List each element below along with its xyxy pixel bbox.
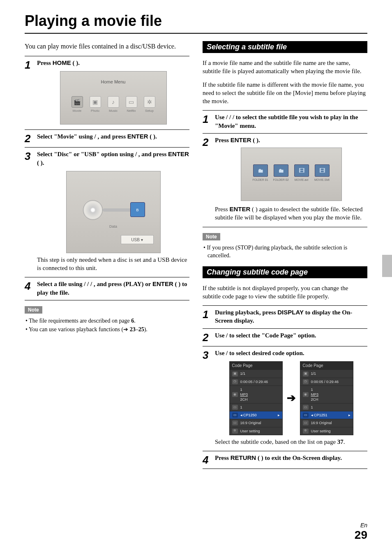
photo-icon: ▣ xyxy=(90,96,101,108)
panel-row: ▣1/1 xyxy=(230,369,282,377)
panel-header: Code Page xyxy=(300,362,353,370)
row-text: 1 xyxy=(311,405,313,410)
row-text: ◂ CP1250 xyxy=(240,413,257,418)
page-footer: En 29 xyxy=(355,522,367,542)
subtitle-para-2: If the subtitle file name is different w… xyxy=(203,81,367,106)
cp-step-4: 4 Press RETURN ( ) to exit the On-Screen… xyxy=(203,451,367,469)
enter-button-label: ENTER xyxy=(127,133,148,140)
step-text: Use / to select desired code option. xyxy=(215,350,304,356)
step-text: Select "Movie" using / , and press xyxy=(37,133,127,140)
home-icon-netflix: ▭Netflix xyxy=(124,96,139,113)
music-icon: ♪ xyxy=(108,96,119,108)
code-icon: ▭ xyxy=(303,413,309,418)
panel-row: ▭16:9 Original xyxy=(300,419,353,427)
t: 1 xyxy=(240,388,242,392)
tile-label: MOVIE.avi xyxy=(295,178,308,181)
note-text: ). xyxy=(144,326,148,332)
t: MP3 xyxy=(240,392,248,397)
folder-icon: 🖿 xyxy=(253,164,268,177)
step-text: Press xyxy=(215,455,231,461)
page-language: En xyxy=(355,522,367,529)
step-number: 2 xyxy=(25,132,37,144)
folder-tile: 🖿FOLDER 02 xyxy=(272,164,290,182)
section-heading-subtitle: Selecting a subtitle file xyxy=(203,41,367,53)
subtitle-para-1: If a movie file name and the subtitle fi… xyxy=(203,59,367,76)
step-text: Use / to select the "Code Page" option. xyxy=(215,332,316,339)
note-text: You can use various playback functions (… xyxy=(29,326,130,332)
left-step-1: 1 Press HOME ( ). Home Menu 🎬Movie ▣Phot… xyxy=(25,56,189,129)
home-button-label: HOME xyxy=(53,59,71,66)
step-body: Press RETURN ( ) to exit the On-Screen d… xyxy=(215,454,367,465)
folder-tile: 🖿FOLDER 01 xyxy=(252,164,269,182)
codepage-followup: Select the subtitle code, based on the l… xyxy=(215,438,367,446)
enter-button-label: ENTER xyxy=(168,150,189,157)
disc-icon xyxy=(83,200,103,220)
code-page-panel-before: Code Page ▣1/1 ◷0:00:05 / 0:29:46 ◉1MP32… xyxy=(229,361,283,435)
movie-icon: 🎬 xyxy=(71,96,83,108)
icon-label: Movie xyxy=(73,109,81,113)
file-tile-row: 🖿FOLDER 01 🖿FOLDER 02 🎞MOVIE.avi 🎞MOVIE.… xyxy=(241,164,341,182)
panel-row: ◉1MP32CH xyxy=(300,385,353,403)
home-menu-title: Home Menu xyxy=(60,79,166,85)
step-body: Use / / / to select the subtitle file yo… xyxy=(215,113,367,130)
tile-label: FOLDER 01 xyxy=(252,178,268,181)
row-text: 1/1 xyxy=(240,371,246,376)
step-number: 2 xyxy=(203,136,215,224)
panel-row: ✲User setting xyxy=(300,427,353,435)
code-page-panels: Code Page ▣1/1 ◷0:00:05 / 0:29:46 ◉1MP32… xyxy=(215,361,367,435)
step-text: Use / / / to select the subtitle file yo… xyxy=(215,114,358,129)
step-text: Select a file using / / / , and press (P… xyxy=(37,281,152,287)
icon-label: Setup xyxy=(145,109,154,113)
left-column: You can play movie files contained in a … xyxy=(25,41,189,469)
step-number: 4 xyxy=(203,454,215,465)
home-icon-photo: ▣Photo xyxy=(88,96,103,113)
thumb-index-tab xyxy=(382,255,392,277)
step-number: 1 xyxy=(203,113,215,130)
home-icon-movie: 🎬Movie xyxy=(70,96,85,113)
step-number: 2 xyxy=(203,331,215,343)
setting-icon: ✲ xyxy=(232,429,238,434)
step-body: Press HOME ( ). Home Menu 🎬Movie ▣Photo … xyxy=(37,59,189,126)
page-ref: 23 xyxy=(130,326,136,332)
sub-icon: ▭ xyxy=(303,405,309,410)
setting-icon: ✲ xyxy=(303,429,309,434)
audio-icon: ◉ xyxy=(232,392,238,397)
step-text: Press xyxy=(37,60,53,66)
cp-step-3: 3 Use / to select desired code option. C… xyxy=(203,346,367,451)
arrow-right-icon: ➔ xyxy=(287,391,296,405)
tile-label: MOVIE.SMI xyxy=(314,178,330,181)
subtitle-file-screenshot: 🖿FOLDER 01 🖿FOLDER 02 🎞MOVIE.avi 🎞MOVIE.… xyxy=(241,148,342,201)
page-ref: 25 xyxy=(138,326,144,332)
page-title: Playing a movie file xyxy=(25,12,367,34)
home-menu-icons: 🎬Movie ▣Photo ♪Music ▭Netflix ✲Setup xyxy=(60,96,166,113)
page-ref: 37 xyxy=(337,439,344,445)
arrow-icon: ▸ xyxy=(278,413,280,418)
codepage-para: If the subtitle is not displayed properl… xyxy=(203,284,367,301)
code-page-panel-after: Code Page ▣1/1 ◷0:00:05 / 0:29:46 ◉1MP32… xyxy=(300,361,353,435)
panel-row-highlighted: ▭◂ CP1251▸ xyxy=(300,411,353,419)
panel-header: Code Page xyxy=(230,362,282,370)
panel-row: ▣1/1 xyxy=(300,369,353,377)
left-step-3: 3 Select "Disc" or "USB" option using / … xyxy=(25,147,189,277)
step-text: ( ). xyxy=(251,137,260,143)
note-text: . xyxy=(134,318,136,324)
row-text: ◂ CP1251 xyxy=(311,413,327,418)
note-item: If you press (STOP) during playback, the… xyxy=(203,244,367,260)
aspect-icon: ▭ xyxy=(303,420,309,425)
step-text: Select "Disc" or "USB" option using / , … xyxy=(37,151,168,157)
folder-icon: 🖿 xyxy=(274,164,288,177)
step-followup: This step is only needed when a disc is … xyxy=(37,256,189,272)
intro-text: You can play movie files contained in a … xyxy=(25,43,189,50)
t: MP3 xyxy=(311,392,319,397)
icon-label: Music xyxy=(109,109,118,113)
home-icon-music: ♪Music xyxy=(106,96,121,113)
step-body: Select "Movie" using / , and press ENTER… xyxy=(37,132,189,144)
panel-row: ◉1MP32CH xyxy=(230,385,282,403)
movie-file-tile: 🎞MOVIE.avi xyxy=(293,164,310,182)
right-column: Selecting a subtitle file If a movie fil… xyxy=(203,41,367,469)
return-button-label: RETURN xyxy=(231,454,256,461)
panel-row: ▭1 xyxy=(300,403,353,411)
section-heading-codepage: Changing subtitle code page xyxy=(203,266,367,278)
step-body: Use / to select the "Code Page" option. xyxy=(215,331,367,343)
note-label: Note xyxy=(203,233,220,240)
